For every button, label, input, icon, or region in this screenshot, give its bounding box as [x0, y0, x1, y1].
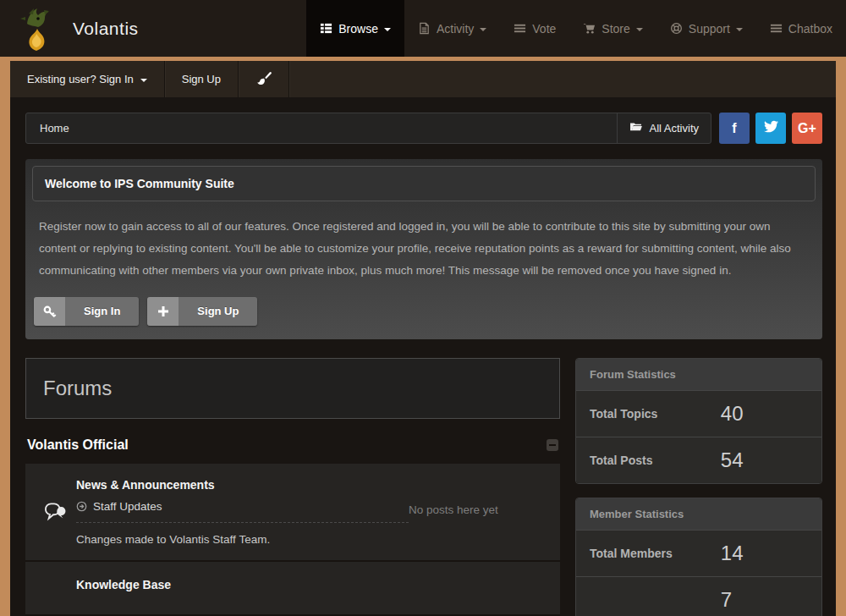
social-buttons: f G+ — [719, 113, 822, 144]
chevron-down-icon — [480, 28, 486, 31]
signin-menu-button[interactable]: Existing user? Sign In — [10, 61, 165, 97]
stat-row: Total Posts 54 — [576, 437, 821, 483]
nav-label: Store — [602, 22, 629, 36]
nav-label: Browse — [338, 22, 378, 36]
forum-status-text: No posts here yet — [409, 503, 548, 516]
welcome-panel: Welcome to IPS Community Suite Register … — [25, 159, 822, 339]
divider — [76, 522, 409, 523]
forum-statistics-title: Forum Statistics — [576, 359, 821, 390]
welcome-message: Register now to gain access to all of ou… — [32, 201, 816, 297]
page-title: Forums — [25, 358, 560, 419]
forum-index: Forums Volantis Official News & Announce… — [25, 358, 560, 616]
stat-row: 7 — [576, 576, 821, 616]
stat-row: Total Topics 40 — [576, 390, 821, 437]
cart-icon — [583, 22, 596, 35]
sidebar: Forum Statistics Total Topics 40 Total P… — [575, 358, 822, 616]
life-ring-icon — [670, 22, 683, 35]
forum-list: News & Announcements Staff Updates Chang… — [25, 464, 560, 616]
top-navbar: Volantis Browse Activity — [0, 0, 846, 57]
stat-value: 54 — [721, 448, 744, 472]
signin-menu-label: Existing user? Sign In — [27, 73, 134, 85]
signup-button-label: Sign Up — [179, 297, 257, 326]
stat-label: Total Posts — [590, 454, 721, 467]
bars-icon — [514, 22, 526, 35]
chevron-down-icon — [384, 28, 391, 31]
nav-label: Support — [689, 22, 730, 36]
nav-item-store[interactable]: Store — [569, 0, 656, 57]
forum-row-main: Knowledge Base — [76, 576, 548, 600]
forum-row-main: News & Announcements Staff Updates Chang… — [76, 478, 409, 546]
member-statistics-panel: Member Statistics Total Members 14 7 — [575, 498, 822, 616]
signup-button[interactable]: Sign Up — [147, 297, 257, 326]
comments-icon — [34, 576, 76, 600]
nav-item-support[interactable]: Support — [656, 0, 756, 57]
signup-link[interactable]: Sign Up — [165, 61, 239, 97]
circle-arrow-icon — [76, 501, 87, 512]
twitter-button[interactable] — [755, 113, 786, 144]
googleplus-icon: G+ — [798, 121, 816, 136]
facebook-button[interactable]: f — [719, 113, 750, 144]
list-grid-icon — [320, 22, 332, 35]
stat-value: 7 — [721, 588, 732, 612]
paintbrush-icon — [255, 70, 272, 89]
welcome-title: Welcome to IPS Community Suite — [32, 166, 816, 201]
stat-row: Total Members 14 — [576, 530, 821, 576]
stat-label: Total Topics — [590, 407, 721, 421]
breadcrumb: Home All Activity — [25, 113, 711, 144]
site-title[interactable]: Volantis — [73, 19, 139, 39]
nav-label: Chatbox — [788, 22, 832, 36]
signin-button[interactable]: Sign In — [34, 297, 139, 326]
nav-label: Activity — [437, 22, 474, 36]
breadcrumb-row: Home All Activity f — [25, 113, 822, 144]
user-bar: Existing user? Sign In Sign Up — [10, 61, 836, 97]
file-icon — [418, 22, 431, 35]
member-statistics-title: Member Statistics — [576, 498, 821, 530]
brand-area: Volantis — [0, 0, 139, 57]
subforum-label: Staff Updates — [93, 500, 162, 513]
all-activity-label: All Activity — [649, 122, 699, 135]
googleplus-button[interactable]: G+ — [792, 113, 822, 144]
nav-item-chatbox[interactable]: Chatbox — [756, 0, 846, 57]
dragon-logo-icon[interactable] — [15, 5, 58, 52]
content-columns: Forums Volantis Official News & Announce… — [25, 358, 822, 616]
stat-value: 14 — [721, 542, 744, 565]
key-icon — [34, 297, 65, 326]
subforum-link[interactable]: Staff Updates — [76, 500, 409, 513]
main-wrapper: Home All Activity f — [10, 97, 836, 616]
all-activity-button[interactable]: All Activity — [617, 113, 711, 143]
forum-title-link[interactable]: Knowledge Base — [76, 578, 548, 591]
nav-item-activity[interactable]: Activity — [404, 0, 500, 57]
breadcrumb-home-link[interactable]: Home — [26, 122, 83, 135]
category-header: Volantis Official — [25, 419, 560, 464]
forum-row[interactable]: Knowledge Base — [25, 562, 560, 616]
bars-icon — [770, 22, 783, 35]
chevron-down-icon — [140, 79, 147, 82]
signup-label: Sign Up — [182, 73, 221, 85]
forum-statistics-panel: Forum Statistics Total Topics 40 Total P… — [575, 358, 822, 484]
theme-button[interactable] — [239, 61, 289, 97]
signin-button-label: Sign In — [65, 297, 139, 326]
twitter-icon — [764, 119, 778, 137]
nav-label: Vote — [532, 22, 556, 36]
forum-row[interactable]: News & Announcements Staff Updates Chang… — [25, 464, 560, 562]
minus-icon — [549, 444, 556, 446]
folder-icon — [629, 122, 642, 135]
primary-nav: Browse Activity Vote — [306, 0, 846, 57]
stat-value: 40 — [721, 402, 744, 426]
category-title[interactable]: Volantis Official — [27, 437, 129, 453]
chevron-down-icon — [736, 28, 743, 31]
nav-item-vote[interactable]: Vote — [500, 0, 569, 57]
plus-icon — [147, 297, 179, 326]
forum-title-link[interactable]: News & Announcements — [76, 478, 409, 492]
chevron-down-icon — [636, 28, 643, 31]
welcome-buttons: Sign In Sign Up — [32, 297, 816, 339]
last-post-text: Changes made to Volantis Staff Team. — [76, 533, 409, 546]
nav-item-browse[interactable]: Browse — [306, 0, 404, 57]
facebook-icon: f — [732, 121, 736, 136]
collapse-category-button[interactable] — [547, 439, 558, 451]
stat-label: Total Members — [590, 547, 721, 560]
comments-icon — [34, 478, 76, 546]
